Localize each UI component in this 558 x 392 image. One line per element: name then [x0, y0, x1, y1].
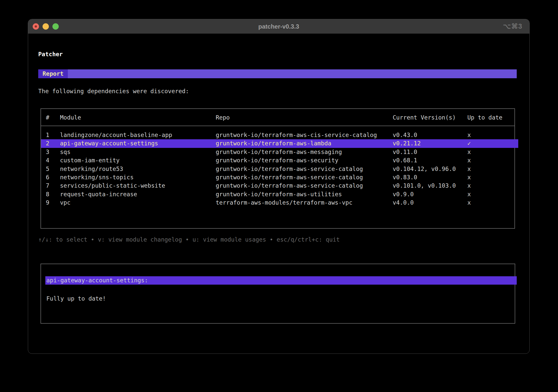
- row-repo: gruntwork-io/terraform-aws-cis-service-c…: [216, 131, 377, 139]
- row-number: 3: [46, 148, 49, 156]
- row-number: 6: [46, 173, 49, 182]
- row-version: v0.43.0: [393, 131, 417, 139]
- row-module: networking/route53: [60, 165, 123, 173]
- row-module: request-quota-increase: [60, 190, 137, 199]
- row-status: x: [467, 148, 471, 156]
- row-number: 4: [46, 156, 49, 165]
- row-module: services/public-static-website: [60, 182, 165, 190]
- header-num: #: [46, 114, 49, 121]
- row-status: x: [467, 156, 471, 165]
- row-module: networking/sns-topics: [60, 173, 134, 182]
- row-status: x: [467, 173, 471, 182]
- window-shortcut-badge: ⌥⌘3: [503, 19, 522, 34]
- row-repo: gruntwork-io/terraform-aws-service-catal…: [216, 182, 363, 190]
- row-module: sqs: [60, 148, 71, 156]
- intro-text: The following dependencies were discover…: [38, 87, 189, 95]
- row-number: 7: [46, 182, 49, 190]
- header-module: Module: [60, 114, 81, 121]
- row-number: 2: [46, 139, 49, 148]
- table-row[interactable]: 3 sqs gruntwork-io/terraform-aws-messagi…: [41, 148, 514, 156]
- terminal-content: Patcher Report The following dependencie…: [28, 34, 529, 354]
- row-module: landingzone/account-baseline-app: [60, 131, 172, 139]
- table-header-row: # Module Repo Current Version(s) Up to d…: [41, 114, 514, 121]
- table-rows: 1 landingzone/account-baseline-app grunt…: [41, 131, 514, 207]
- desktop-background: patcher-v0.3.3 ⌥⌘3 Patcher Report The fo…: [0, 0, 558, 392]
- terminal-window: patcher-v0.3.3 ⌥⌘3 Patcher Report The fo…: [28, 19, 530, 354]
- header-repo: Repo: [216, 114, 230, 121]
- table-row[interactable]: 1 landingzone/account-baseline-app grunt…: [41, 131, 514, 139]
- tab-report[interactable]: Report: [38, 69, 68, 78]
- row-repo: gruntwork-io/terraform-aws-service-catal…: [216, 165, 363, 173]
- row-repo: gruntwork-io/terraform-aws-messaging: [216, 148, 342, 156]
- row-version: v0.104.12, v0.96.0: [393, 165, 456, 173]
- detail-title-bar: api-gateway-account-settings:: [45, 276, 517, 285]
- detail-body-text: Fully up to date!: [46, 295, 106, 303]
- table-row[interactable]: 2 api-gateway-account-settings gruntwork…: [41, 139, 518, 148]
- row-module: vpc: [60, 199, 71, 207]
- row-repo: gruntwork-io/terraform-aws-lambda: [216, 139, 331, 148]
- row-version: v4.0.0: [393, 199, 414, 207]
- row-version: v0.101.0, v0.103.0: [393, 182, 456, 190]
- row-status: x: [467, 199, 471, 207]
- row-repo: gruntwork-io/terraform-aws-service-catal…: [216, 173, 363, 182]
- row-number: 1: [46, 131, 49, 139]
- table-row[interactable]: 6 networking/sns-topics gruntwork-io/ter…: [41, 173, 514, 182]
- row-status: x: [467, 182, 471, 190]
- report-bar: Report: [38, 69, 517, 78]
- row-repo: gruntwork-io/terraform-aws-security: [216, 156, 338, 165]
- dependencies-table: # Module Repo Current Version(s) Up to d…: [41, 108, 515, 229]
- row-status: x: [467, 131, 471, 139]
- row-status: ✓: [467, 139, 471, 148]
- row-number: 9: [46, 199, 49, 207]
- table-row[interactable]: 7 services/public-static-website gruntwo…: [41, 182, 514, 190]
- header-separator: [41, 126, 514, 126]
- window-title: patcher-v0.3.3: [28, 19, 529, 34]
- row-version: v0.83.0: [393, 173, 417, 182]
- table-row[interactable]: 5 networking/route53 gruntwork-io/terraf…: [41, 165, 514, 173]
- row-repo: terraform-aws-modules/terraform-aws-vpc: [216, 199, 352, 207]
- row-number: 5: [46, 165, 49, 173]
- table-row[interactable]: 4 custom-iam-entity gruntwork-io/terrafo…: [41, 156, 514, 165]
- row-version: v0.9.0: [393, 190, 414, 199]
- table-row[interactable]: 8 request-quota-increase gruntwork-io/te…: [41, 190, 514, 199]
- row-status: x: [467, 190, 471, 199]
- header-status: Up to date: [467, 114, 502, 121]
- table-row[interactable]: 9 vpc terraform-aws-modules/terraform-aw…: [41, 199, 514, 207]
- row-version: v0.68.1: [393, 156, 417, 165]
- header-version: Current Version(s): [393, 114, 456, 121]
- row-number: 8: [46, 190, 49, 199]
- app-heading: Patcher: [38, 50, 63, 58]
- row-module: custom-iam-entity: [60, 156, 119, 165]
- row-version: v0.11.0: [393, 148, 417, 156]
- row-version: v0.21.12: [393, 139, 421, 148]
- detail-panel: api-gateway-account-settings: Fully up t…: [41, 264, 515, 324]
- help-bar: ↑/↓: to select • v: view module changelo…: [38, 236, 340, 243]
- row-status: x: [467, 165, 471, 173]
- row-module: api-gateway-account-settings: [60, 139, 158, 148]
- window-titlebar[interactable]: patcher-v0.3.3 ⌥⌘3: [28, 19, 529, 34]
- row-repo: gruntwork-io/terraform-aws-utilities: [216, 190, 342, 199]
